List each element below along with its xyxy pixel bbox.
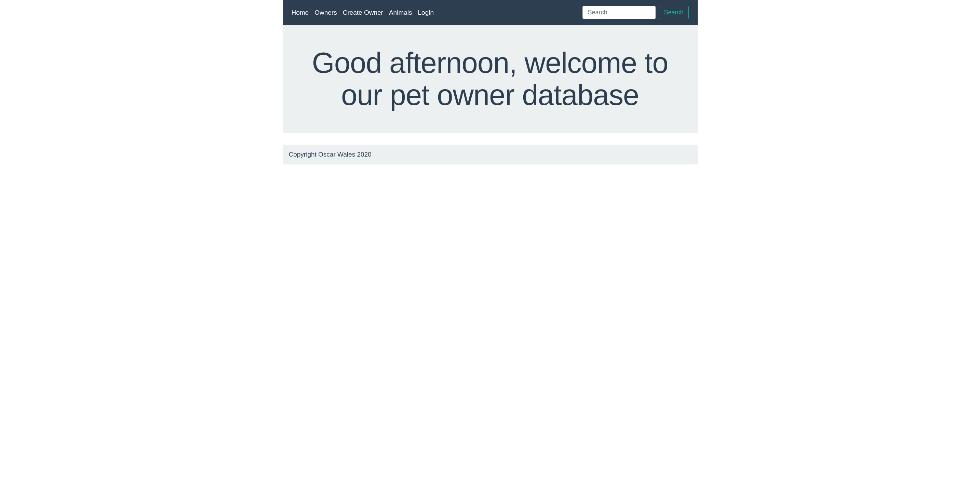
page-title: Good afternoon, welcome to our pet owner… xyxy=(291,47,689,111)
nav-link-owners[interactable]: Owners xyxy=(315,9,337,16)
navbar: Home Owners Create Owner Animals Login S… xyxy=(283,0,698,25)
search-button[interactable]: Search xyxy=(659,6,689,19)
search-form: Search xyxy=(582,6,689,19)
nav-link-home[interactable]: Home xyxy=(291,9,309,16)
nav-links: Home Owners Create Owner Animals Login xyxy=(291,9,434,16)
jumbotron: Good afternoon, welcome to our pet owner… xyxy=(283,25,698,133)
footer: Copyright Oscar Wales 2020 xyxy=(283,145,698,164)
nav-link-create-owner[interactable]: Create Owner xyxy=(343,9,383,16)
search-input[interactable] xyxy=(582,6,655,19)
nav-link-animals[interactable]: Animals xyxy=(389,9,412,16)
footer-text: Copyright Oscar Wales 2020 xyxy=(289,151,692,158)
nav-link-login[interactable]: Login xyxy=(418,9,434,16)
